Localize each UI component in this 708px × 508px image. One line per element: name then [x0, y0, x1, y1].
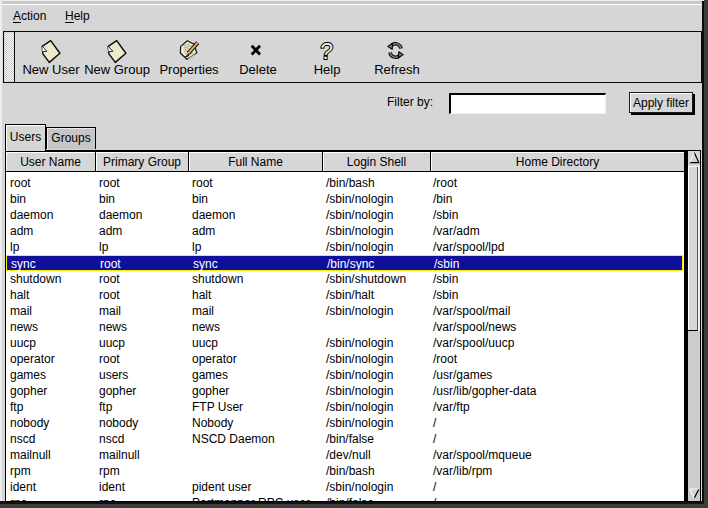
svg-text:?: ? [319, 40, 334, 62]
